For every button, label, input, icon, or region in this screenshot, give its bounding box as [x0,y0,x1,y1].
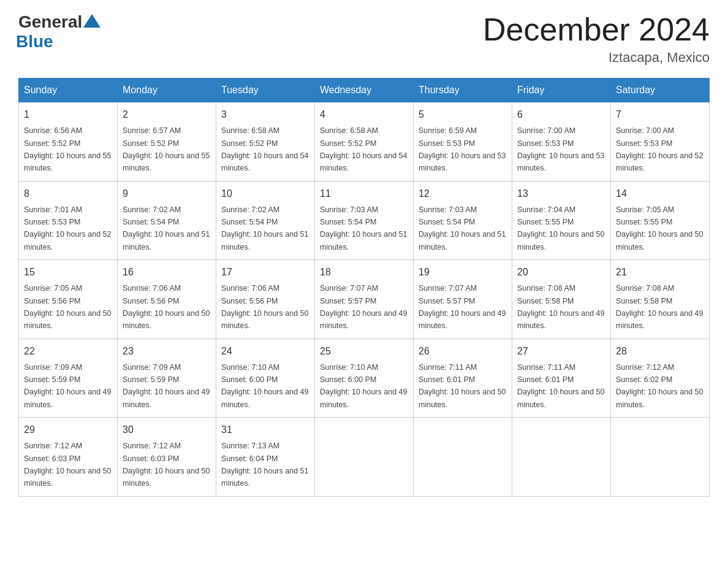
table-row: 27 Sunrise: 7:11 AMSunset: 6:01 PMDaylig… [512,339,611,418]
logo-blue-text: Blue [16,32,100,52]
table-row: 21 Sunrise: 7:08 AMSunset: 5:58 PMDaylig… [611,260,710,339]
table-row [315,418,414,497]
day-info: Sunrise: 7:04 AMSunset: 5:55 PMDaylight:… [517,205,604,251]
month-title: December 2024 [483,12,710,47]
day-info: Sunrise: 7:06 AMSunset: 5:56 PMDaylight:… [221,284,308,330]
day-info: Sunrise: 7:08 AMSunset: 5:58 PMDaylight:… [517,284,604,330]
day-number: 6 [517,107,605,122]
logo-general-text: General [18,12,82,32]
table-row: 13 Sunrise: 7:04 AMSunset: 5:55 PMDaylig… [512,181,611,260]
day-info: Sunrise: 7:06 AMSunset: 5:56 PMDaylight:… [123,284,210,330]
day-number: 29 [24,423,112,437]
day-number: 26 [419,344,507,359]
table-row: 31 Sunrise: 7:13 AMSunset: 6:04 PMDaylig… [216,418,315,497]
day-info: Sunrise: 6:57 AMSunset: 5:52 PMDaylight:… [123,126,210,172]
calendar-table: Sunday Monday Tuesday Wednesday Thursday… [18,78,710,497]
day-number: 11 [320,186,408,201]
day-info: Sunrise: 7:05 AMSunset: 5:56 PMDaylight:… [24,284,111,330]
table-row: 15 Sunrise: 7:05 AMSunset: 5:56 PMDaylig… [19,260,118,339]
day-info: Sunrise: 7:02 AMSunset: 5:54 PMDaylight:… [123,205,210,251]
day-number: 4 [320,107,408,122]
day-info: Sunrise: 7:07 AMSunset: 5:57 PMDaylight:… [419,284,506,330]
col-tuesday: Tuesday [216,79,315,102]
col-sunday: Sunday [19,79,118,102]
table-row: 9 Sunrise: 7:02 AMSunset: 5:54 PMDayligh… [118,181,216,260]
day-number: 15 [24,265,112,280]
day-info: Sunrise: 7:02 AMSunset: 5:54 PMDaylight:… [221,205,308,251]
table-row: 29 Sunrise: 7:12 AMSunset: 6:03 PMDaylig… [19,418,118,497]
table-row: 30 Sunrise: 7:12 AMSunset: 6:03 PMDaylig… [118,418,216,497]
table-row: 28 Sunrise: 7:12 AMSunset: 6:02 PMDaylig… [611,339,710,418]
day-number: 20 [517,265,605,280]
day-number: 12 [419,186,507,201]
day-number: 16 [123,265,211,280]
col-thursday: Thursday [414,79,512,102]
day-number: 8 [24,186,112,201]
day-number: 27 [517,344,605,359]
day-info: Sunrise: 7:09 AMSunset: 5:59 PMDaylight:… [24,363,111,409]
table-row: 3 Sunrise: 6:58 AMSunset: 5:52 PMDayligh… [216,102,315,182]
day-number: 17 [221,265,309,280]
day-info: Sunrise: 7:12 AMSunset: 6:02 PMDaylight:… [616,363,703,409]
table-row: 8 Sunrise: 7:01 AMSunset: 5:53 PMDayligh… [19,181,118,260]
day-number: 25 [320,344,408,359]
table-row: 19 Sunrise: 7:07 AMSunset: 5:57 PMDaylig… [414,260,512,339]
logo: General Blue [18,12,100,52]
table-row: 20 Sunrise: 7:08 AMSunset: 5:58 PMDaylig… [512,260,611,339]
day-number: 14 [616,186,704,201]
week-row: 15 Sunrise: 7:05 AMSunset: 5:56 PMDaylig… [19,260,710,339]
table-row: 24 Sunrise: 7:10 AMSunset: 6:00 PMDaylig… [216,339,315,418]
table-row: 10 Sunrise: 7:02 AMSunset: 5:54 PMDaylig… [216,181,315,260]
table-row: 5 Sunrise: 6:59 AMSunset: 5:53 PMDayligh… [414,102,512,182]
day-info: Sunrise: 7:00 AMSunset: 5:53 PMDaylight:… [616,126,703,172]
col-monday: Monday [118,79,216,102]
day-info: Sunrise: 6:56 AMSunset: 5:52 PMDaylight:… [24,126,111,172]
day-number: 18 [320,265,408,280]
day-number: 2 [123,107,211,122]
table-row: 25 Sunrise: 7:10 AMSunset: 6:00 PMDaylig… [315,339,414,418]
day-info: Sunrise: 6:58 AMSunset: 5:52 PMDaylight:… [221,126,308,172]
day-number: 5 [419,107,507,122]
day-number: 28 [616,344,704,359]
day-number: 19 [419,265,507,280]
logo-triangle-icon [83,14,100,28]
week-row: 29 Sunrise: 7:12 AMSunset: 6:03 PMDaylig… [19,418,710,497]
day-info: Sunrise: 7:12 AMSunset: 6:03 PMDaylight:… [123,442,210,488]
week-row: 8 Sunrise: 7:01 AMSunset: 5:53 PMDayligh… [19,181,710,260]
day-number: 24 [221,344,309,359]
page-header: General Blue December 2024 Iztacapa, Mex… [18,12,710,66]
day-info: Sunrise: 6:58 AMSunset: 5:52 PMDaylight:… [320,126,407,172]
week-row: 1 Sunrise: 6:56 AMSunset: 5:52 PMDayligh… [19,102,710,182]
day-number: 23 [123,344,211,359]
day-info: Sunrise: 7:12 AMSunset: 6:03 PMDaylight:… [24,442,111,488]
day-info: Sunrise: 6:59 AMSunset: 5:53 PMDaylight:… [419,126,506,172]
day-number: 13 [517,186,605,201]
table-row: 2 Sunrise: 6:57 AMSunset: 5:52 PMDayligh… [118,102,216,182]
day-info: Sunrise: 7:11 AMSunset: 6:01 PMDaylight:… [517,363,604,409]
table-row: 12 Sunrise: 7:03 AMSunset: 5:54 PMDaylig… [414,181,512,260]
table-row [414,418,512,497]
day-info: Sunrise: 7:07 AMSunset: 5:57 PMDaylight:… [320,284,407,330]
day-number: 10 [221,186,309,201]
day-info: Sunrise: 7:10 AMSunset: 6:00 PMDaylight:… [221,363,308,409]
day-header-row: Sunday Monday Tuesday Wednesday Thursday… [19,79,710,102]
col-wednesday: Wednesday [315,79,414,102]
table-row: 26 Sunrise: 7:11 AMSunset: 6:01 PMDaylig… [414,339,512,418]
table-row: 11 Sunrise: 7:03 AMSunset: 5:54 PMDaylig… [315,181,414,260]
title-section: December 2024 Iztacapa, Mexico [483,12,710,66]
table-row [512,418,611,497]
day-number: 7 [616,107,704,122]
day-info: Sunrise: 7:03 AMSunset: 5:54 PMDaylight:… [419,205,506,251]
table-row: 1 Sunrise: 6:56 AMSunset: 5:52 PMDayligh… [19,102,118,182]
day-info: Sunrise: 7:13 AMSunset: 6:04 PMDaylight:… [221,442,308,488]
day-number: 3 [221,107,309,122]
day-number: 21 [616,265,704,280]
table-row [611,418,710,497]
col-friday: Friday [512,79,611,102]
table-row: 7 Sunrise: 7:00 AMSunset: 5:53 PMDayligh… [611,102,710,182]
table-row: 6 Sunrise: 7:00 AMSunset: 5:53 PMDayligh… [512,102,611,182]
day-number: 9 [123,186,211,201]
table-row: 18 Sunrise: 7:07 AMSunset: 5:57 PMDaylig… [315,260,414,339]
day-number: 22 [24,344,112,359]
day-info: Sunrise: 7:08 AMSunset: 5:58 PMDaylight:… [616,284,703,330]
